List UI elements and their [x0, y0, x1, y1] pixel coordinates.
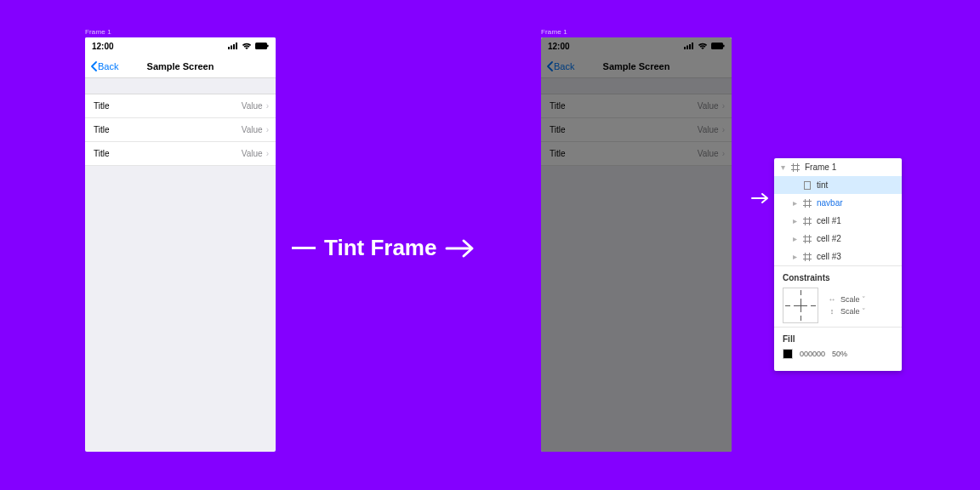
- constraint-vertical-select[interactable]: ↕ Scale: [827, 307, 866, 316]
- svg-rect-12: [723, 45, 725, 48]
- battery-icon: [711, 43, 725, 49]
- fill-heading: Fill: [783, 334, 893, 344]
- cell-title: Title: [94, 101, 110, 111]
- svg-rect-8: [687, 46, 688, 50]
- svg-rect-9: [689, 44, 691, 49]
- cell-value: Value: [242, 149, 263, 158]
- layers-panel: ▾ Frame 1 tint ▸ navbar ▸ cell #1 ▸ cell…: [774, 158, 902, 371]
- frame-icon: [803, 199, 812, 208]
- layer-name: cell #2: [817, 234, 841, 243]
- frame-icon: [803, 253, 812, 261]
- fill-hex[interactable]: 000000: [800, 350, 825, 358]
- frame-label-left: Frame 1: [85, 28, 111, 36]
- layer-name: navbar: [817, 198, 843, 208]
- status-icons: [228, 43, 269, 49]
- back-button[interactable]: Back: [546, 54, 574, 77]
- layer-row-cell3[interactable]: ▸ cell #3: [774, 248, 902, 265]
- disclosure-icon: ▸: [793, 234, 798, 243]
- arrow-right-icon: [751, 192, 770, 204]
- frame-icon: [803, 235, 812, 243]
- cell-title: Title: [94, 149, 110, 158]
- cell-title: Title: [550, 149, 566, 158]
- svg-rect-4: [255, 43, 267, 49]
- chevron-left-icon: [90, 61, 97, 71]
- status-time: 12:00: [92, 42, 114, 51]
- layer-name: cell #3: [817, 252, 841, 261]
- svg-rect-7: [684, 47, 686, 49]
- caption: Tint Frame: [292, 235, 476, 261]
- svg-rect-0: [228, 47, 230, 49]
- table-row[interactable]: Title Value›: [541, 118, 732, 142]
- layer-row-frame1[interactable]: ▾ Frame 1: [774, 158, 902, 176]
- svg-rect-3: [236, 43, 237, 49]
- svg-rect-11: [711, 43, 723, 49]
- phone-right: 12:00 Back Sample Screen Title Value› Ti…: [541, 37, 732, 452]
- layer-row-cell1[interactable]: ▸ cell #1: [774, 212, 902, 230]
- signal-icon: [228, 43, 238, 49]
- frame-icon: [803, 217, 812, 225]
- layer-row-navbar[interactable]: ▸ navbar: [774, 194, 902, 212]
- svg-rect-5: [267, 45, 269, 48]
- cell-value: Value: [242, 101, 263, 111]
- chevron-right-icon: ›: [722, 101, 725, 111]
- cell-title: Title: [550, 101, 566, 111]
- signal-icon: [684, 43, 694, 49]
- layer-name: tint: [817, 180, 828, 190]
- table-row[interactable]: Title Value›: [85, 94, 276, 118]
- table-row[interactable]: Title Value›: [85, 118, 276, 142]
- dash-icon: [292, 247, 316, 249]
- back-button[interactable]: Back: [90, 54, 118, 77]
- battery-icon: [255, 43, 269, 49]
- constraints-widget[interactable]: [783, 288, 818, 323]
- svg-rect-2: [233, 44, 235, 49]
- svg-rect-10: [692, 43, 693, 49]
- chevron-right-icon: ›: [266, 125, 269, 134]
- cell-value: Value: [698, 125, 719, 134]
- wifi-icon: [242, 43, 252, 49]
- cell-value: Value: [698, 101, 719, 111]
- cell-value: Value: [698, 149, 719, 158]
- chevron-right-icon: ›: [722, 125, 725, 134]
- fill-opacity[interactable]: 50%: [832, 350, 847, 358]
- disclosure-icon: ▸: [793, 198, 798, 208]
- layer-row-tint[interactable]: tint: [774, 176, 902, 194]
- statusbar: 12:00: [541, 37, 732, 54]
- chevron-right-icon: ›: [266, 101, 269, 111]
- chevron-right-icon: ›: [266, 149, 269, 158]
- wifi-icon: [698, 43, 708, 49]
- arrow-right-icon: [445, 238, 476, 259]
- disclosure-icon: ▸: [793, 216, 798, 225]
- nav-title: Sample Screen: [603, 61, 670, 71]
- table-row[interactable]: Title Value›: [85, 142, 276, 166]
- nav-title: Sample Screen: [147, 61, 214, 71]
- frame-label-right: Frame 1: [541, 28, 567, 36]
- frame-icon: [791, 163, 800, 172]
- chevron-right-icon: ›: [722, 149, 725, 158]
- arrows-horizontal-icon: ↔: [827, 295, 837, 304]
- constraint-v-value: Scale: [840, 307, 866, 316]
- chevron-left-icon: [546, 61, 553, 71]
- layer-name: Frame 1: [805, 162, 836, 172]
- phone-left: 12:00 Back Sample Screen Title Value› Ti…: [85, 37, 276, 452]
- navbar: Back Sample Screen: [85, 54, 276, 78]
- back-label: Back: [554, 61, 574, 71]
- status-icons: [684, 43, 725, 49]
- table-row[interactable]: Title Value›: [541, 94, 732, 118]
- disclosure-icon: ▾: [781, 162, 786, 172]
- table-row[interactable]: Title Value›: [541, 142, 732, 166]
- constraint-horizontal-select[interactable]: ↔ Scale: [827, 295, 866, 304]
- svg-rect-18: [805, 181, 811, 189]
- layer-name: cell #1: [817, 216, 841, 225]
- svg-rect-1: [231, 46, 232, 50]
- navbar: Back Sample Screen: [541, 54, 732, 78]
- fill-swatch[interactable]: [783, 349, 793, 359]
- cell-title: Title: [94, 125, 110, 134]
- disclosure-icon: ▸: [793, 252, 798, 261]
- rectangle-icon: [803, 181, 812, 190]
- layer-row-cell2[interactable]: ▸ cell #2: [774, 230, 902, 248]
- constraints-section: Constraints ↔ Scale ↕ Scale: [774, 265, 902, 327]
- cell-value: Value: [242, 125, 263, 134]
- statusbar: 12:00: [85, 37, 276, 54]
- constraints-heading: Constraints: [783, 273, 893, 282]
- status-time: 12:00: [548, 42, 570, 51]
